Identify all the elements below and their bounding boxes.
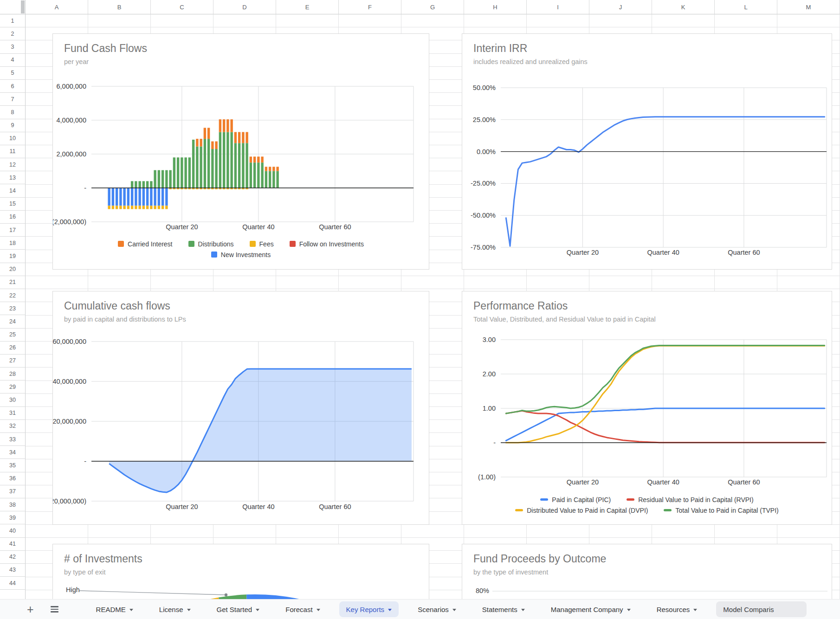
row-header-41[interactable]: 41 — [0, 538, 26, 551]
row-header-7[interactable]: 7 — [0, 93, 26, 106]
svg-text:-25.00%: -25.00% — [471, 180, 496, 187]
svg-text:20,000,000: 20,000,000 — [53, 418, 86, 425]
row-header-30[interactable]: 30 — [0, 393, 26, 406]
sheet-tabs: READMELicenseGet StartedForecastKey Repo… — [89, 600, 779, 619]
row-header-43[interactable]: 43 — [0, 564, 26, 577]
row-header-20[interactable]: 20 — [0, 263, 26, 276]
row-header-11[interactable]: 11 — [0, 145, 26, 158]
legend-swatch — [290, 241, 296, 247]
column-header-H[interactable]: H — [464, 0, 527, 14]
row-header-partial[interactable] — [0, 590, 26, 599]
row-header-13[interactable]: 13 — [0, 171, 26, 184]
row-header-36[interactable]: 36 — [0, 472, 26, 485]
chart-cumulative-cash-flows[interactable]: Cumulative cash flows by paid in capital… — [52, 291, 429, 525]
row-header-39[interactable]: 39 — [0, 511, 26, 524]
row-header-12[interactable]: 12 — [0, 158, 26, 171]
legend-item: New Investments — [211, 251, 271, 258]
chart-title: # of Investments — [64, 553, 142, 565]
sheet-tab-forecast[interactable]: Forecast — [278, 601, 327, 617]
row-header-40[interactable]: 40 — [0, 524, 26, 537]
column-header-B[interactable]: B — [88, 0, 151, 14]
column-header-I[interactable]: I — [527, 0, 589, 14]
sheet-tab-key-reports[interactable]: Key Reports — [339, 601, 399, 617]
row-header-15[interactable]: 15 — [0, 198, 26, 211]
row-header-38[interactable]: 38 — [0, 498, 26, 511]
row-header-9[interactable]: 9 — [0, 119, 26, 132]
chart-subtitle: Total Value, Distributed, and Residual V… — [473, 316, 656, 323]
row-header-32[interactable]: 32 — [0, 420, 26, 433]
row-header-6[interactable]: 6 — [0, 80, 26, 93]
row-header-2[interactable]: 2 — [0, 27, 26, 40]
column-header-F[interactable]: F — [339, 0, 401, 14]
legend-item: Distributed Value to Paid in Capital (DV… — [515, 507, 648, 514]
column-header-row: ABCDEFGHIJKLM — [0, 0, 840, 14]
row-header-31[interactable]: 31 — [0, 407, 26, 420]
row-header-26[interactable]: 26 — [0, 342, 26, 355]
column-header-A[interactable]: A — [26, 0, 88, 14]
row-header-29[interactable]: 29 — [0, 380, 26, 393]
sheet-tab-scenarios[interactable]: Scenarios — [411, 601, 463, 617]
add-sheet-button[interactable]: + — [27, 604, 34, 615]
axis-tick-label: 80% — [468, 587, 489, 594]
row-header-16[interactable]: 16 — [0, 211, 26, 224]
row-header-37[interactable]: 37 — [0, 485, 26, 498]
row-header-14[interactable]: 14 — [0, 184, 26, 197]
svg-text:Quarter 60: Quarter 60 — [319, 223, 351, 231]
svg-text:(1.00): (1.00) — [478, 473, 496, 481]
svg-text:Quarter 40: Quarter 40 — [242, 503, 274, 510]
chart-title: Interim IRR — [473, 42, 527, 55]
chevron-down-icon — [521, 609, 525, 611]
svg-text:Quarter 40: Quarter 40 — [242, 223, 274, 231]
row-header-35[interactable]: 35 — [0, 459, 26, 472]
legend-swatch — [188, 241, 194, 247]
legend-item: Total Value to Paid in Capital (TVPI) — [664, 507, 778, 514]
sheet-tab-management-company[interactable]: Management Company — [544, 601, 638, 617]
row-header-24[interactable]: 24 — [0, 315, 26, 328]
chart-performance-ratios[interactable]: Performance Ratios Total Value, Distribu… — [462, 291, 832, 525]
row-header-21[interactable]: 21 — [0, 276, 26, 289]
column-header-K[interactable]: K — [652, 0, 715, 14]
row-header-18[interactable]: 18 — [0, 237, 26, 250]
row-header-33[interactable]: 33 — [0, 433, 26, 446]
sheet-tab-model-comparis[interactable]: Model Comparis — [716, 601, 806, 617]
column-header-G[interactable]: G — [401, 0, 464, 14]
row-header-44[interactable]: 44 — [0, 577, 26, 590]
column-header-D[interactable]: D — [213, 0, 276, 14]
spreadsheet-app: ABCDEFGHIJKLM 12345678910111213141516171… — [0, 0, 840, 619]
svg-text:25.00%: 25.00% — [473, 116, 496, 123]
chart-plot-area: 60,000,00040,000,00020,000,000-(20,000,0… — [53, 291, 429, 525]
chart-plot-area: 3.002.001.00-(1.00)Quarter 20Quarter 40Q… — [462, 291, 832, 525]
row-header-22[interactable]: 22 — [0, 289, 26, 302]
row-header-4[interactable]: 4 — [0, 54, 26, 67]
row-header-5[interactable]: 5 — [0, 67, 26, 80]
row-header-10[interactable]: 10 — [0, 132, 26, 145]
chart-plot-area: 50.00%25.00%0.00%-25.00%-50.00%-75.00%Qu… — [462, 34, 832, 270]
row-header-8[interactable]: 8 — [0, 106, 26, 119]
row-header-25[interactable]: 25 — [0, 329, 26, 342]
row-header-42[interactable]: 42 — [0, 551, 26, 564]
all-sheets-menu-icon[interactable] — [51, 606, 58, 613]
sheet-tab-license[interactable]: License — [152, 601, 198, 617]
row-header-23[interactable]: 23 — [0, 302, 26, 315]
sheet-tab-get-started[interactable]: Get Started — [210, 601, 267, 617]
sheet-tab-readme[interactable]: README — [89, 601, 140, 617]
column-header-J[interactable]: J — [589, 0, 652, 14]
row-header-1[interactable]: 1 — [0, 14, 26, 27]
chart-fund-cash-flows[interactable]: Fund Cash Flows per year 6,000,0004,000,… — [52, 33, 429, 270]
row-header-17[interactable]: 17 — [0, 224, 26, 237]
chart-interim-irr[interactable]: Interim IRR includes realized and unreal… — [462, 33, 832, 270]
column-header-E[interactable]: E — [276, 0, 339, 14]
legend-swatch — [627, 498, 634, 501]
svg-text:3.00: 3.00 — [483, 336, 496, 343]
column-header-C[interactable]: C — [151, 0, 213, 14]
row-header-19[interactable]: 19 — [0, 250, 26, 263]
column-header-L[interactable]: L — [715, 0, 777, 14]
sheet-tab-statements[interactable]: Statements — [475, 601, 532, 617]
row-header-27[interactable]: 27 — [0, 355, 26, 368]
row-header-28[interactable]: 28 — [0, 368, 26, 380]
column-header-M[interactable]: M — [777, 0, 840, 14]
select-all-corner[interactable] — [0, 0, 26, 14]
row-header-3[interactable]: 3 — [0, 40, 26, 53]
sheet-tab-resources[interactable]: Resources — [650, 601, 704, 617]
row-header-34[interactable]: 34 — [0, 446, 26, 459]
